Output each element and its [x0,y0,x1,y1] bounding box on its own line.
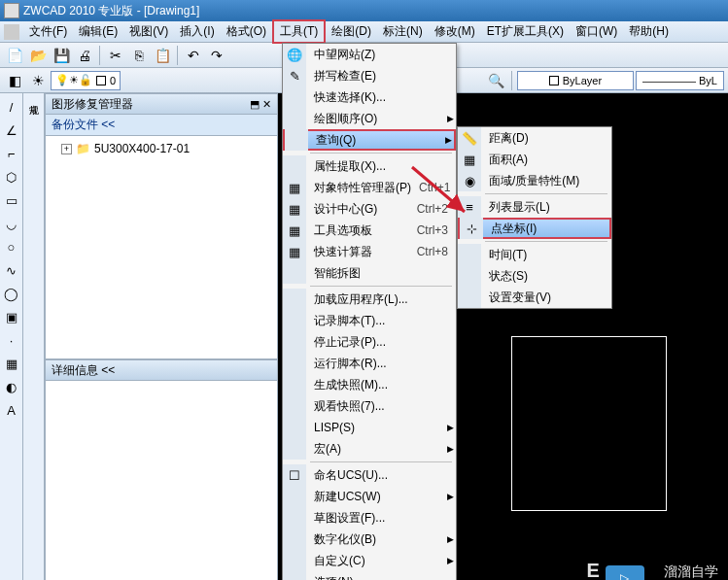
arc-icon[interactable]: ◡ [2,214,21,233]
query-menu-item[interactable]: ◉面域/质量特性(M) [458,170,611,191]
paste-icon[interactable]: 📋 [152,45,173,66]
region-icon[interactable]: ◐ [2,377,21,396]
tools-menu-item[interactable]: LISP(S)▶ [283,417,456,438]
recovery-panel-header: 图形修复管理器 ⬒ ✕ [45,93,278,115]
block-icon[interactable]: ▣ [2,307,21,326]
tools-menu-item[interactable]: ▦对象特性管理器(P)Ctrl+1 [283,177,456,198]
tools-menu-item[interactable]: ▦工具选项板Ctrl+3 [283,220,456,241]
menu-view[interactable]: 视图(V) [123,21,174,42]
menu-edit[interactable]: 编辑(E) [73,21,123,42]
tools-menu-item[interactable]: 草图设置(F)... [283,507,456,529]
tools-menu-item[interactable]: 快速选择(K)... [283,86,456,108]
tools-menu-item[interactable]: 选项(N)... [283,571,456,580]
query-menu-item[interactable]: 📏距离(D) [458,127,611,149]
query-menu-item[interactable]: ≡列表显示(L) [458,196,611,218]
layer-name: 0 [110,75,116,86]
copy-icon[interactable]: ⎘ [128,45,150,66]
tools-menu-item[interactable]: ✎拼写检查(E) [283,65,456,86]
menu-et-extend[interactable]: ET扩展工具(X) [481,21,570,42]
menu-item-label: 宏(A) [306,441,444,458]
menu-item-label: 生成快照(M)... [306,377,456,393]
tools-menu-item[interactable]: 查询(Q)▶ [283,129,456,151]
tools-menu-item[interactable]: 停止记录(P)... [283,331,456,353]
text-icon[interactable]: A [2,400,21,420]
menu-item-label: 快速选择(K)... [306,89,456,106]
menu-modify[interactable]: 修改(M) [429,21,481,42]
xline-icon[interactable]: ∠ [2,120,21,140]
menu-item-label: 新建UCS(W) [306,489,444,505]
close-icon[interactable]: ⬒ ✕ [250,98,271,111]
hatch-icon[interactable]: ▦ [2,354,21,373]
polyline-icon[interactable]: ⌐ [2,144,21,163]
menu-window[interactable]: 窗口(W) [570,21,623,42]
polygon-icon[interactable]: ⬡ [2,167,21,187]
search-icon[interactable]: 🔍 [486,70,507,91]
undo-icon[interactable]: ↶ [183,45,204,66]
menu-item-icon [458,287,481,308]
details-panel-header[interactable]: 详细信息 << [45,359,278,381]
tools-menu-item[interactable]: 运行脚本(R)... [283,353,456,374]
tools-menu-item[interactable]: 属性提取(X)... [283,155,456,177]
tools-menu-item[interactable]: 加载应用程序(L)... [283,289,456,310]
tools-menu-item[interactable]: 🌐中望网站(Z) [283,44,456,65]
print-icon[interactable]: 🖨 [74,45,95,66]
menu-tools[interactable]: 工具(T) [272,19,326,44]
expand-icon[interactable]: + [61,144,72,154]
menu-item-icon [283,417,306,438]
menu-dimension[interactable]: 标注(N) [377,21,429,42]
tree-item[interactable]: + 📁 5U300X400-17-01 [50,140,273,157]
open-icon[interactable]: 📂 [27,45,49,66]
tools-menu-item[interactable]: ☐命名UCS(U)... [283,464,456,486]
title-bar: ZWCAD 2010 专业版 - [Drawing1] [0,0,728,21]
tools-menu-item[interactable]: 宏(A)▶ [283,438,456,460]
point-icon[interactable]: · [2,330,21,350]
tools-menu-item[interactable]: 观看快照(7)... [283,395,456,417]
rectangle-icon[interactable]: ▭ [2,190,21,210]
color-dropdown[interactable]: ByLayer [517,71,634,90]
menu-item-label: 距离(D) [481,130,611,147]
tools-menu-item[interactable]: 智能拆图 [283,262,456,284]
menu-item-icon: ▦ [283,241,306,262]
query-menu-item[interactable]: 时间(T) [458,244,611,265]
tools-menu-item[interactable]: 数字化仪(B)▶ [283,529,456,550]
tools-menu-item[interactable]: 自定义(C)▶ [283,550,456,571]
cut-icon[interactable]: ✂ [105,45,126,66]
tools-menu-item[interactable]: ▦快速计算器Ctrl+8 [283,241,456,262]
menu-draw[interactable]: 绘图(D) [326,21,377,42]
new-icon[interactable]: 📄 [4,45,25,66]
menu-item-icon: ▦ [283,177,306,198]
menu-item-icon [285,129,308,151]
redo-icon[interactable]: ↷ [206,45,227,66]
layer-dropdown[interactable]: 💡 ☀ 🔓 0 [51,71,121,90]
tools-menu-item[interactable]: 记录脚本(T)... [283,310,456,331]
spline-icon[interactable]: ∿ [2,260,21,280]
query-menu-item[interactable]: 状态(S) [458,265,611,287]
menu-separator [310,461,452,462]
menu-format[interactable]: 格式(O) [221,21,272,42]
ellipse-icon[interactable]: ◯ [2,284,21,303]
backup-section[interactable]: 备份文件 << [45,115,278,136]
sun-icon[interactable]: ☀ [27,70,49,91]
menu-item-icon [283,571,306,580]
menu-file[interactable]: 文件(F) [23,21,73,42]
submenu-arrow-icon: ▶ [444,444,456,454]
save-icon[interactable]: 💾 [51,45,72,66]
tools-menu-item[interactable]: ▦设计中心(G)Ctrl+2 [283,198,456,220]
query-menu-item[interactable]: ▦面积(A) [458,149,611,170]
layer-icon[interactable]: ◧ [4,70,25,91]
query-menu-item[interactable]: ⊹点坐标(I) [458,218,611,239]
tools-menu-item[interactable]: 新建UCS(W)▶ [283,486,456,507]
circle-icon[interactable]: ○ [2,237,21,256]
menu-insert[interactable]: 插入(I) [174,21,220,42]
query-menu-item[interactable]: 设置变量(V) [458,287,611,308]
tools-menu-item[interactable]: 绘图顺序(O)▶ [283,108,456,129]
folder-icon: 📁 [76,142,90,155]
linetype-dropdown[interactable]: ————— ByL [636,71,724,90]
menu-item-label: 拼写检查(E) [306,68,456,85]
menu-help[interactable]: 帮助(H) [623,21,675,42]
tools-menu-item[interactable]: 生成快照(M)... [283,374,456,395]
menu-item-shortcut: Ctrl+3 [417,223,456,237]
separator [99,46,101,65]
submenu-arrow-icon: ▶ [444,114,456,123]
line-icon[interactable]: / [2,97,21,117]
